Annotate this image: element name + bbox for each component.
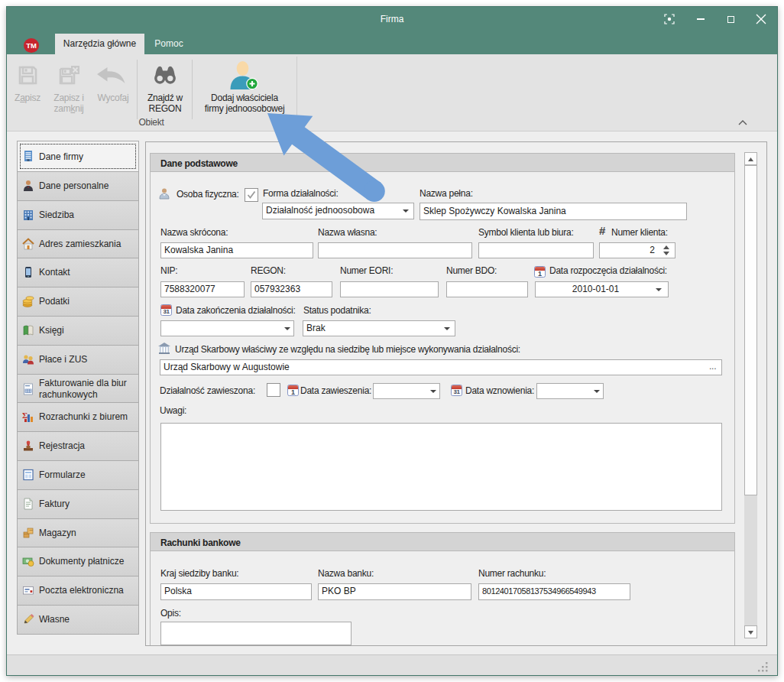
svg-text:Σ: Σ	[22, 411, 28, 420]
